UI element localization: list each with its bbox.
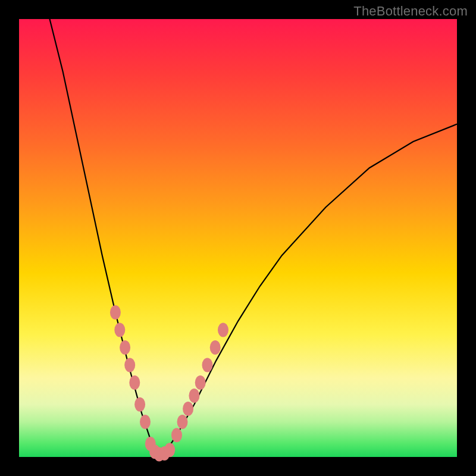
bead xyxy=(202,358,213,372)
bead xyxy=(140,415,151,429)
bottleneck-curve xyxy=(50,19,458,457)
bead xyxy=(189,389,199,403)
bead xyxy=(171,428,182,442)
bead xyxy=(177,415,188,429)
bead xyxy=(164,443,175,457)
bead xyxy=(110,305,121,320)
bead xyxy=(183,402,193,416)
chart-frame: TheBottleneck.com xyxy=(0,0,476,476)
bead xyxy=(218,323,228,337)
bead xyxy=(120,340,130,355)
bead xyxy=(124,358,135,372)
bead xyxy=(134,397,145,412)
watermark-text: TheBottleneck.com xyxy=(353,4,468,19)
plot-area xyxy=(19,19,457,457)
bead xyxy=(210,340,221,355)
beads-group xyxy=(110,305,228,462)
bead xyxy=(129,375,140,390)
bead xyxy=(195,375,206,390)
curve-layer xyxy=(19,19,457,457)
bead xyxy=(114,323,125,337)
